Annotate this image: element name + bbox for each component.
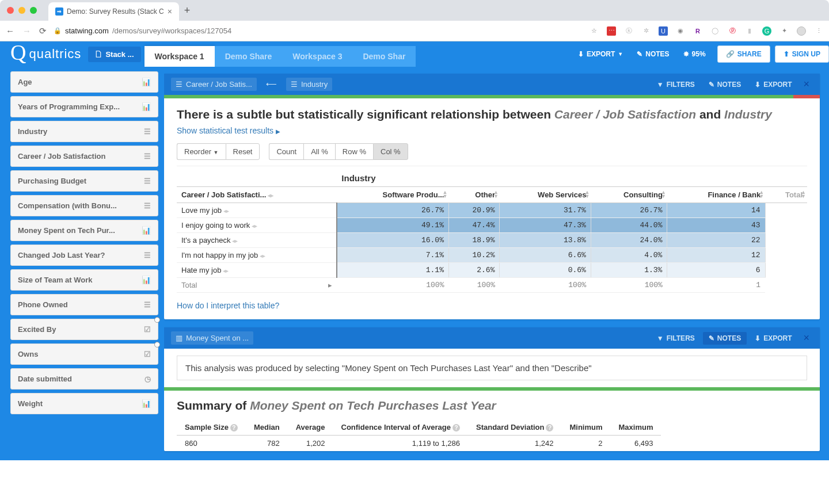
variable-item[interactable]: Industry☰: [10, 121, 158, 142]
row-label[interactable]: I'm not happy in my job ◂▸: [177, 248, 337, 263]
ext-icon[interactable]: ◯: [710, 26, 720, 36]
col-percent-button[interactable]: Col %: [373, 143, 408, 160]
ext-icon[interactable]: ⓚ: [624, 26, 633, 36]
extensions-icon[interactable]: ✦: [779, 26, 789, 36]
breadcrumb-chip[interactable]: ☰ Industry: [286, 78, 332, 91]
chevron-right-icon: ▶: [276, 128, 280, 135]
row-percent-button[interactable]: Row %: [335, 143, 373, 160]
back-icon[interactable]: ←: [6, 26, 14, 36]
column-header[interactable]: Software Produ...▲▼: [337, 187, 448, 203]
count-button[interactable]: Count: [269, 143, 303, 160]
column-header[interactable]: Web Services▲▼: [500, 187, 591, 203]
variable-item[interactable]: Weight📊: [10, 393, 158, 414]
row-label[interactable]: It's a paycheck ◂▸: [177, 233, 337, 248]
table-row: I enjoy going to work ◂▸49.1%47.4%47.3%4…: [177, 218, 807, 233]
close-tab-icon[interactable]: ×: [168, 7, 172, 16]
variable-item[interactable]: Size of Team at Work📊: [10, 269, 158, 291]
notes-button[interactable]: ✎NOTES: [703, 78, 747, 91]
address-bar[interactable]: 🔒 statwing.com/demos/survey#workspaces/1…: [54, 26, 231, 35]
variable-label: Weight: [18, 399, 43, 408]
cell-value: 20.9%: [448, 203, 499, 218]
sort-icon: ▲▼: [585, 190, 590, 198]
row-label[interactable]: Love my job ◂▸: [177, 203, 337, 218]
variable-item[interactable]: Purchasing Budget☰: [10, 170, 158, 192]
help-icon[interactable]: ?: [546, 424, 553, 432]
row-label[interactable]: Hate my job ◂▸: [177, 263, 337, 278]
reset-button[interactable]: Reset: [226, 143, 260, 160]
close-card-icon[interactable]: ×: [800, 332, 813, 344]
confidence-button[interactable]: ✸ 95%: [676, 45, 713, 63]
filters-button[interactable]: ▼FILTERS: [651, 332, 701, 345]
file-button[interactable]: Stack ...: [88, 47, 140, 62]
profile-avatar[interactable]: [797, 26, 806, 36]
notes-button[interactable]: ✎NOTES: [703, 332, 747, 345]
column-header[interactable]: Total▲▼: [765, 187, 807, 203]
reload-icon[interactable]: ⟳: [39, 26, 47, 36]
variable-item[interactable]: Changed Job Last Year?☰: [10, 245, 158, 266]
row-header[interactable]: Career / Job Satisfacti... ◂▸: [177, 187, 337, 203]
browser-tab[interactable]: ⇒ Demo: Survey Results (Stack C ×: [48, 2, 179, 21]
help-icon[interactable]: ?: [230, 424, 238, 432]
variable-item[interactable]: Career / Job Satisfaction☰: [10, 146, 158, 167]
maximize-window[interactable]: [30, 7, 37, 14]
close-card-icon[interactable]: ×: [800, 78, 813, 90]
workspace-tab[interactable]: Demo Share: [215, 46, 283, 67]
workspace-tab[interactable]: Workspace 1: [144, 46, 215, 67]
reorder-button[interactable]: Reorder ▼: [177, 143, 226, 160]
close-window[interactable]: [7, 7, 14, 14]
arrow-swap-icon[interactable]: ⟵: [263, 79, 280, 90]
list-icon: ☰: [144, 177, 151, 185]
filters-button[interactable]: ▼FILTERS: [651, 78, 701, 91]
variable-item[interactable]: Owns☑: [10, 343, 158, 365]
ext-icon[interactable]: R: [693, 26, 702, 36]
all-percent-button[interactable]: All %: [303, 143, 335, 160]
menu-icon[interactable]: ⋮: [814, 26, 823, 36]
variable-item[interactable]: Date submitted◷: [10, 368, 158, 390]
row-label[interactable]: I enjoy going to work ◂▸: [177, 218, 337, 233]
share-button[interactable]: 🔗 SHARE: [717, 45, 770, 63]
cell-value: 43: [667, 218, 765, 233]
help-icon[interactable]: ?: [452, 424, 460, 432]
camera-icon[interactable]: ◉: [676, 26, 685, 36]
signup-button[interactable]: ⬆ SIGN UP: [775, 45, 829, 63]
variable-item[interactable]: Compensation (with Bonu...☰: [10, 195, 158, 216]
ext-icon[interactable]: U: [659, 26, 668, 36]
summary-value: 2: [561, 436, 610, 452]
ext-icon[interactable]: ⋯: [607, 26, 616, 36]
pinterest-icon[interactable]: ⓟ: [728, 26, 737, 36]
variable-item[interactable]: Phone Owned☰: [10, 294, 158, 315]
breadcrumb-chip[interactable]: ▥ Money Spent on ...: [171, 331, 253, 345]
minimize-window[interactable]: [18, 7, 25, 14]
bookmark-icon[interactable]: ▮: [745, 26, 754, 36]
variable-label: Size of Team at Work: [18, 276, 93, 284]
cell-value: 44.0%: [591, 218, 667, 233]
new-tab-button[interactable]: +: [179, 5, 195, 17]
summary-column-header: Sample Size?: [177, 419, 246, 436]
breadcrumb-chip[interactable]: ☰ Career / Job Satis...: [171, 78, 257, 91]
variable-item[interactable]: Age📊: [10, 71, 158, 93]
variable-item[interactable]: Excited By☑: [10, 319, 158, 340]
analysis-note[interactable]: This analysis was produced by selecting …: [177, 356, 807, 380]
column-header[interactable]: Other▲▼: [448, 187, 499, 203]
table-controls: Reorder ▼ Reset Count All % Row % Col %: [177, 143, 807, 166]
workspace-tab[interactable]: Demo Shar: [352, 46, 416, 67]
column-header[interactable]: Consulting▲▼: [591, 187, 667, 203]
chart-icon: 📊: [142, 276, 151, 284]
export-button[interactable]: ⬇EXPORT: [749, 332, 797, 345]
column-header[interactable]: Finance / Bank▲▼: [667, 187, 765, 203]
forward-icon[interactable]: →: [22, 26, 31, 36]
export-button[interactable]: ⬇EXPORT: [749, 78, 797, 91]
cell-value: 100%: [500, 278, 591, 293]
notes-button[interactable]: ✎ NOTES: [630, 45, 676, 63]
interpret-link[interactable]: How do I interpret this table?: [177, 301, 279, 310]
variable-item[interactable]: Years of Programming Exp...📊: [10, 96, 158, 117]
star-icon[interactable]: ☆: [590, 26, 599, 36]
show-test-link[interactable]: Show statistical test results ▶: [177, 126, 280, 135]
workspace-tab[interactable]: Workspace 3: [282, 46, 352, 67]
list-icon: ☰: [291, 80, 298, 89]
grammarly-icon[interactable]: G: [762, 26, 771, 36]
variable-item[interactable]: Money Spent on Tech Pur...📊: [10, 220, 158, 241]
drag-icon: ◂▸: [221, 268, 229, 274]
ext-icon[interactable]: ✲: [641, 26, 651, 36]
export-button[interactable]: ⬇ EXPORT ▼: [571, 45, 630, 63]
